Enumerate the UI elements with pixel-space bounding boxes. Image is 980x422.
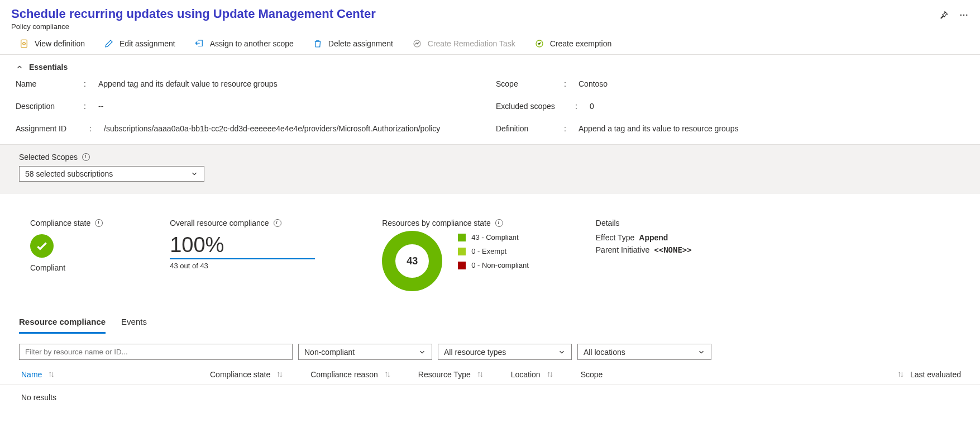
svg-point-2 [966, 15, 967, 16]
col-state[interactable]: Compliance state [210, 370, 284, 379]
compliant-check-icon [30, 234, 54, 258]
donut-legend: 43 - Compliant 0 - Exempt 0 - Non-compli… [458, 233, 529, 291]
filter-type-value: All resource types [444, 348, 506, 357]
chevron-down-icon [190, 170, 198, 178]
effect-type-row: Effect Type Append [596, 233, 692, 242]
sort-icon [384, 371, 391, 378]
kv-name: Name: Append tag and its default value t… [16, 79, 474, 88]
kv-excluded-key: Excluded scopes [496, 102, 563, 111]
overall-percent: 100% [170, 233, 224, 257]
result-tabs: Resource compliance Events [0, 314, 980, 334]
kv-asg-val[interactable]: /subscriptions/aaaa0a0a-bb1b-cc2c-dd3d-e… [104, 124, 474, 133]
donut-total: 43 [382, 231, 442, 291]
col-name-label: Name [21, 370, 42, 379]
delete-assignment-button[interactable]: Delete assignment [313, 39, 393, 49]
svg-point-1 [963, 15, 964, 16]
kv-definition: Definition: Append a tag and its value t… [496, 124, 964, 133]
kv-assignment-id: Assignment ID: /subscriptions/aaaa0a0a-b… [16, 124, 474, 133]
selected-scopes-dropdown[interactable]: 58 selected subscriptions [19, 166, 204, 182]
selected-scopes-section: Selected Scopes 58 selected subscription… [0, 144, 980, 194]
table-header: Name Compliance state Compliance reason … [0, 364, 980, 385]
edit-assignment-label: Edit assignment [119, 39, 175, 48]
page-subtitle: Policy compliance [11, 22, 894, 31]
legend-noncompliant-label: 0 - Non-compliant [471, 261, 529, 269]
col-last-eval[interactable]: Last evaluated [897, 370, 961, 379]
col-name[interactable]: Name [21, 370, 183, 379]
details-title: Details [596, 219, 692, 227]
trash-icon [313, 39, 323, 49]
kv-name-key: Name [16, 79, 71, 88]
header-actions [939, 10, 969, 20]
overall-compliance-card: Overall resource compliance 100% 43 out … [170, 219, 315, 291]
parent-initiative-value: <<NONE>> [654, 245, 691, 254]
swatch-icon [458, 248, 466, 255]
more-icon[interactable] [959, 10, 969, 20]
donut-chart: 43 [382, 231, 442, 291]
filter-state-dropdown[interactable]: Non-compliant [298, 344, 432, 360]
col-scope-label: Scope [581, 370, 603, 379]
selected-scopes-label-row: Selected Scopes [19, 153, 961, 162]
view-definition-button[interactable]: View definition [19, 39, 85, 49]
kv-excluded-val[interactable]: 0 [590, 102, 964, 111]
swatch-icon [458, 234, 466, 241]
pin-icon[interactable] [939, 10, 949, 20]
page-title: Schedule recurring updates using Update … [11, 7, 894, 21]
kv-scope-key: Scope [496, 79, 552, 88]
filter-state-value: Non-compliant [304, 348, 355, 357]
info-icon[interactable] [274, 219, 281, 227]
col-loc[interactable]: Location [511, 370, 554, 379]
kv-scope: Scope: Contoso [496, 79, 964, 88]
assign-scope-button[interactable]: Assign to another scope [194, 39, 294, 49]
essentials-toggle[interactable]: Essentials [16, 63, 964, 72]
info-icon[interactable] [495, 219, 503, 227]
col-reason[interactable]: Compliance reason [310, 370, 391, 379]
col-rtype[interactable]: Resource Type [418, 370, 484, 379]
col-reason-label: Compliance reason [310, 370, 378, 379]
legend-exempt: 0 - Exempt [458, 247, 529, 255]
tab-events[interactable]: Events [121, 314, 147, 334]
kv-def-key: Definition [496, 124, 552, 133]
sort-icon [546, 371, 554, 378]
col-state-label: Compliance state [210, 370, 270, 379]
page-header: Schedule recurring updates using Update … [0, 0, 980, 35]
kv-scope-val[interactable]: Contoso [579, 79, 964, 88]
view-definition-label: View definition [35, 39, 85, 48]
effect-type-value: Append [639, 233, 668, 242]
policy-icon [19, 39, 29, 49]
header-text: Schedule recurring updates using Update … [11, 7, 894, 31]
info-icon[interactable] [95, 219, 103, 227]
swatch-icon [458, 262, 466, 269]
selected-scopes-value: 58 selected subscriptions [25, 169, 113, 178]
col-last-label: Last evaluated [910, 370, 961, 379]
edit-assignment-button[interactable]: Edit assignment [104, 39, 175, 49]
kv-desc-val[interactable]: -- [98, 102, 474, 111]
compliance-state-card: Compliance state Compliant [30, 219, 103, 291]
kv-excluded: Excluded scopes: 0 [496, 102, 964, 111]
kv-name-val[interactable]: Append tag and its default value to reso… [98, 79, 474, 88]
pencil-icon [104, 39, 114, 49]
compliance-state-title: Compliance state [30, 219, 90, 227]
remediation-icon [412, 39, 422, 49]
kv-def-val[interactable]: Append a tag and its value to resource g… [579, 124, 964, 133]
kv-desc-key: Description [16, 102, 71, 111]
sort-icon [276, 371, 284, 378]
sort-icon [476, 371, 484, 378]
essentials-grid: Name: Append tag and its default value t… [16, 79, 964, 133]
col-scope[interactable]: Scope [581, 370, 603, 379]
create-exemption-button[interactable]: Create exemption [534, 39, 612, 49]
filter-row: Non-compliant All resource types All loc… [0, 334, 980, 364]
filter-name-input[interactable] [19, 344, 293, 360]
assign-icon [194, 39, 204, 49]
legend-noncompliant: 0 - Non-compliant [458, 261, 529, 269]
kv-asg-key: Assignment ID [16, 124, 77, 133]
chevron-down-icon [558, 348, 566, 356]
chevron-down-icon [697, 348, 705, 356]
col-loc-label: Location [511, 370, 541, 379]
compliance-state-value: Compliant [30, 263, 103, 272]
filter-location-dropdown[interactable]: All locations [577, 344, 711, 360]
create-remediation-label: Create Remediation Task [428, 39, 515, 48]
tab-resource-compliance[interactable]: Resource compliance [19, 314, 106, 334]
filter-type-dropdown[interactable]: All resource types [438, 344, 572, 360]
info-icon[interactable] [82, 153, 90, 161]
chevron-down-icon [418, 348, 426, 356]
